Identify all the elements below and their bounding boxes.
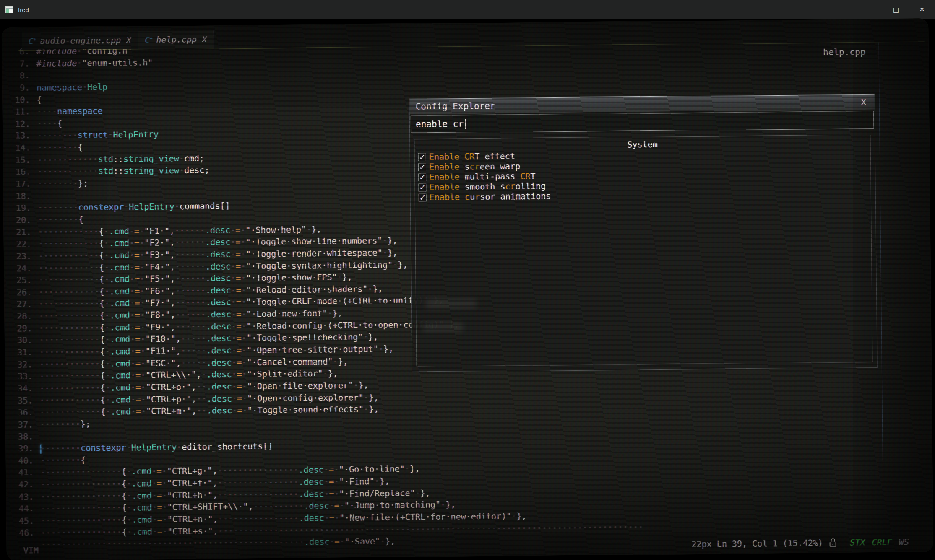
code-token-ws: · [232, 393, 237, 403]
status-flag-stx[interactable]: STX [850, 537, 865, 547]
checkbox-checked[interactable]: ✓ [418, 163, 426, 171]
code-token-ws: · [126, 479, 131, 489]
checkbox-checked[interactable]: ✓ [419, 193, 427, 201]
plus-plus-badge: + [150, 36, 152, 41]
code-token-ws: · [130, 274, 135, 284]
code-token-mem: .cmd [109, 262, 129, 272]
code-token-pu: { [99, 310, 104, 320]
code-token-mem: .desc [206, 333, 232, 344]
code-token-st: "ESC·" [146, 358, 176, 368]
code-token-op: = [329, 489, 334, 499]
popup-close-button[interactable]: X [858, 97, 868, 107]
code-token-ws: · [130, 310, 135, 320]
tab-audio-engine.cpp[interactable]: C+audio-engine.cppX [22, 31, 138, 50]
lock-icon[interactable] [828, 537, 837, 548]
code-token-pu: }, [380, 476, 390, 486]
status-flag-crlf[interactable]: CRLF [872, 537, 892, 548]
code-token-mem: .desc [304, 501, 329, 511]
line-content: #include·"enum-utils.h" [36, 57, 153, 70]
code-token-ws: · [179, 153, 184, 163]
line-number: 11. [3, 106, 37, 118]
search-value: enable cr [416, 119, 464, 129]
code-token-op: = [235, 225, 240, 235]
code-token-ws: · [383, 248, 388, 258]
code-token-ws: · [131, 394, 136, 404]
code-token-op: = [134, 238, 139, 248]
code-token-op: = [237, 369, 242, 379]
code-token-ws: · [240, 237, 245, 247]
code-token-ws: · [139, 226, 144, 236]
line-content: ········constexpr·HelpEntry·commands[] [38, 200, 230, 214]
code-token-op: = [334, 500, 339, 511]
code-token-pu: { [122, 503, 127, 513]
code-token-ws: · [242, 345, 247, 355]
maximize-button[interactable]: □ [883, 0, 909, 19]
checkbox-checked[interactable]: ✓ [418, 153, 426, 161]
status-flag-ws[interactable]: WS [899, 537, 909, 547]
code-token-op: = [236, 285, 241, 295]
code-token-op: = [135, 262, 140, 272]
tab-close-icon[interactable]: X [201, 35, 207, 44]
code-token-ws: ············ [37, 166, 98, 176]
code-token-pu: , [191, 382, 196, 392]
option-label-part: T effect [474, 151, 515, 161]
option-label-part: s [464, 161, 469, 171]
checkbox-checked[interactable]: ✓ [418, 183, 426, 191]
line-content: ········{ [37, 141, 83, 154]
config-search-input[interactable]: enable cr [411, 111, 874, 133]
code-token-ws: ············ [39, 347, 100, 357]
text-caret [465, 119, 466, 129]
code-token-ws: · [241, 249, 246, 259]
tab-help.cpp[interactable]: C+help.cppX [138, 31, 214, 49]
minimize-button[interactable]: — [857, 0, 883, 19]
code-token-ws: ······ [175, 237, 206, 248]
code-token-ws: ······ [175, 273, 206, 284]
code-token-st: "·Toggle·show·FPS" [246, 272, 337, 283]
code-token-pu: { [121, 467, 126, 477]
code-token-st: "enum-utils.h" [82, 57, 153, 68]
code-token-st: "F6·" [145, 286, 170, 296]
code-token-op: = [157, 526, 162, 537]
code-token-st: "·Toggle·spellchecking" [247, 332, 363, 343]
code-token-st: "·Find/Replace" [339, 488, 415, 499]
code-token-ty: Help [87, 82, 107, 92]
code-token-pu: , [169, 238, 174, 248]
code-token-ws: · [339, 500, 344, 511]
code-token-ws: · [378, 344, 383, 354]
code-token-mem: .desc [207, 393, 232, 404]
code-token-pu: { [122, 527, 127, 537]
code-token-mem: .cmd [132, 514, 152, 525]
code-token-ws: · [324, 477, 329, 487]
option-label-part: multi-pass [465, 171, 521, 181]
code-token-ws: · [375, 476, 380, 486]
code-token-kw: constexpr [81, 443, 126, 453]
line-number: 20. [3, 214, 38, 226]
code-token-pu: }; [78, 178, 88, 188]
close-button[interactable]: ✕ [909, 0, 935, 19]
line-content: ········}; [40, 418, 91, 430]
code-token-pu: , [213, 490, 218, 500]
code-token-mem: .desc [205, 237, 231, 247]
code-token-ws: · [126, 467, 131, 477]
code-token-op: = [135, 370, 141, 380]
code-token-mem: .desc [298, 465, 324, 475]
checkbox-checked[interactable]: ✓ [418, 173, 426, 181]
line-number: 16. [3, 166, 37, 178]
code-token-ws: · [124, 202, 129, 212]
code-token-ws: · [242, 369, 247, 379]
code-token-op: = [237, 357, 242, 367]
code-token-mem: .cmd [110, 358, 130, 369]
code-token-mem: .desc [206, 321, 232, 332]
code-token-pu: }, [383, 344, 393, 354]
tab-close-icon[interactable]: X [125, 36, 131, 44]
code-token-ws: ····· [181, 358, 206, 368]
code-token-pu: { [99, 322, 104, 332]
code-token-ws: · [130, 382, 135, 392]
code-token-ws: · [140, 286, 145, 296]
code-token-ty: HelpEntry [113, 130, 159, 140]
code-token-ws: · [162, 466, 167, 476]
code-token-ws: · [334, 489, 339, 499]
cpp-file-icon: C+ [29, 36, 35, 46]
line-content: ········constexpr·HelpEntry·editor_short… [40, 440, 273, 454]
code-token-mem: .cmd [132, 490, 152, 501]
